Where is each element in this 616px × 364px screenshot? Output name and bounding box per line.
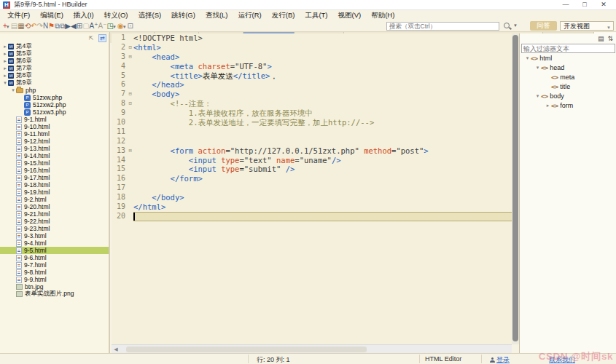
editor-mode-select[interactable]: HTML Editor	[425, 355, 461, 363]
perspective-select[interactable]: ▼开发视图	[560, 21, 614, 31]
outline-node-title[interactable]: <>title	[520, 82, 616, 91]
code-line-9[interactable]: 9 1.表单接收程序，放在服务器环境中	[112, 108, 512, 118]
tree-item-9-15-html[interactable]: 9-15.html	[0, 159, 109, 167]
tree-item-9-19-html[interactable]: 9-19.html	[0, 189, 109, 196]
tree-item-9-11-html[interactable]: 9-11.html	[0, 130, 109, 138]
outline-node-meta[interactable]: <>meta	[520, 73, 616, 82]
chevron-right-icon[interactable]: ▸	[545, 103, 551, 108]
contact-link[interactable]: 联系我们	[549, 355, 575, 364]
disabled-icon[interactable]: ▢	[82, 22, 89, 30]
outline-node-form[interactable]: ▸<>form	[520, 101, 616, 110]
tree-item-9-5-html[interactable]: 9-5.html	[0, 247, 109, 254]
search-options-chevron-icon[interactable]: ▼	[513, 23, 518, 28]
code-text[interactable]: </html>	[133, 202, 512, 212]
chevron-down-icon[interactable]: ▾	[534, 65, 541, 71]
fold-marker-icon[interactable]: ⊟	[127, 90, 133, 99]
code-text[interactable]: <title>表单发送</title>，	[133, 71, 512, 81]
scrollbar-thumb[interactable]	[126, 347, 367, 352]
qa-button[interactable]: 问答	[530, 21, 557, 31]
code-text[interactable]: <body>	[133, 90, 512, 99]
code-text[interactable]: <meta charset="UTF-8">	[133, 62, 512, 71]
chevron-right-icon[interactable]: ▸	[2, 44, 8, 50]
code-text[interactable]: </head>	[133, 80, 512, 90]
collapse-all-icon[interactable]: ⇱	[89, 35, 94, 41]
fold-marker-icon[interactable]: ⊟	[127, 52, 133, 62]
code-line-11[interactable]: 11	[112, 127, 512, 137]
tree-item-9-2-html[interactable]: 9-2.html	[0, 196, 109, 203]
scrollbar-thumb[interactable]	[512, 35, 518, 341]
bookmark-icon[interactable]: ⚑	[48, 22, 55, 30]
tree-item-9-8-html[interactable]: 9-8.html	[0, 269, 109, 276]
fold-marker-icon[interactable]: ⊟	[127, 146, 133, 156]
run-back-icon[interactable]: ◀	[71, 22, 77, 30]
tree-item-9-3-html[interactable]: 9-3.html	[0, 232, 109, 240]
tree-item-51zxw-php[interactable]: P51zxw.php	[0, 94, 109, 101]
scroll-left-icon[interactable]: ◀	[112, 347, 120, 352]
menu-item-9[interactable]: 工具(T)	[300, 10, 332, 20]
code-line-8[interactable]: 8⊟ <!--注意：	[112, 99, 512, 108]
view-menu-icon[interactable]: ▤	[598, 35, 604, 42]
save-all-icon[interactable]: ▦	[17, 22, 24, 30]
code-text[interactable]: </form>	[133, 174, 512, 183]
code-line-4[interactable]: 4 <meta charset="UTF-8">	[112, 62, 512, 71]
code-line-2[interactable]: 2⊟<html>	[112, 43, 512, 52]
code-text[interactable]	[133, 137, 512, 146]
code-text[interactable]	[133, 127, 512, 137]
code-text[interactable]: <input type="submit" />	[133, 165, 512, 174]
code-line-15[interactable]: 15 <input type="submit" />	[112, 165, 512, 174]
tree-item-9-20-html[interactable]: 9-20.html	[0, 203, 109, 210]
run-forward-icon[interactable]: ▶	[65, 22, 71, 30]
code-line-5[interactable]: 5 <title>表单发送</title>，	[112, 71, 512, 81]
editor-horizontal-scrollbar[interactable]: ◀	[112, 344, 512, 353]
tree-item-9-10-html[interactable]: 9-10.html	[0, 123, 109, 130]
code-line-1[interactable]: 1<!DOCTYPE html>	[112, 33, 512, 43]
code-line-12[interactable]: 12	[112, 137, 512, 146]
code-line-13[interactable]: 13⊟ <form action="http://127.0.0.1/51zxt…	[112, 146, 512, 156]
outline-filter-input[interactable]	[521, 44, 615, 53]
tree-item-51zxw2-php[interactable]: P51zxw2.php	[0, 101, 109, 108]
menu-item-1[interactable]: 编辑(E)	[35, 10, 69, 20]
link-with-editor-icon[interactable]: ⇄	[98, 34, 106, 42]
code-text[interactable]: <form action="http://127.0.0.1/51zxt.php…	[133, 146, 512, 156]
menu-item-5[interactable]: 跳转(G)	[166, 10, 200, 20]
search-input[interactable]	[386, 22, 499, 31]
code-line-18[interactable]: 18 </body>	[112, 193, 512, 202]
outline-node-body[interactable]: ▾<>body	[520, 92, 616, 100]
code-text[interactable]: <!--注意：	[133, 99, 512, 108]
redo-icon[interactable]: ↷	[36, 22, 42, 30]
code-line-14[interactable]: 14 <input type="text" name="uname"/>	[112, 156, 512, 165]
login-area[interactable]: 登录	[490, 355, 510, 364]
tree-item-9-1-html[interactable]: 9-1.html	[0, 116, 109, 123]
login-link[interactable]: 登录	[496, 355, 510, 364]
menu-item-0[interactable]: 文件(F)	[2, 10, 35, 20]
tree-item-9-16-html[interactable]: 9-16.html	[0, 167, 109, 174]
tree-item-9-13-html[interactable]: 9-13.html	[0, 145, 109, 152]
chevron-down-icon[interactable]: ▾	[2, 80, 8, 86]
menu-item-4[interactable]: 选择(S)	[133, 10, 167, 20]
menu-item-10[interactable]: 视图(V)	[333, 10, 367, 20]
outline-node-html[interactable]: ▾<>html	[520, 54, 616, 63]
search-icon[interactable]	[504, 23, 510, 28]
menu-item-7[interactable]: 运行(R)	[233, 10, 267, 20]
save-icon[interactable]: ▤	[11, 22, 17, 30]
outline-node-head[interactable]: ▾<>head	[520, 63, 616, 72]
chevron-down-icon[interactable]: ▾	[534, 93, 541, 99]
tree-item-9-7-html[interactable]: 9-7.html	[0, 261, 109, 269]
code-line-16[interactable]: 16 </form>	[112, 174, 512, 183]
tree-item-9-17-html[interactable]: 9-17.html	[0, 174, 109, 181]
tree-item-9-9-html[interactable]: 9-9.html	[0, 276, 109, 283]
menu-item-6[interactable]: 查找(L)	[200, 10, 233, 20]
chevron-right-icon[interactable]: ▸	[2, 66, 8, 71]
tree-item-51zxw3-php[interactable]: P51zxw3.php	[0, 108, 109, 116]
code-line-7[interactable]: 7⊟ <body>	[112, 90, 512, 99]
preview-icon[interactable]: ⊞	[77, 22, 82, 30]
chevron-right-icon[interactable]: ▸	[2, 73, 8, 79]
code-text[interactable]: <head>	[133, 52, 512, 62]
tree-item-表单实战图片-png[interactable]: 表单实战图片.png	[0, 290, 109, 298]
chevron-right-icon[interactable]: ▸	[2, 51, 8, 57]
editor-vertical-scrollbar[interactable]	[512, 33, 519, 344]
chevron-right-icon[interactable]: ▸	[2, 58, 8, 64]
chevron-down-icon[interactable]: ▼	[122, 25, 127, 29]
tree-item-9-21-html[interactable]: 9-21.html	[0, 210, 109, 218]
tree-item-9-22-html[interactable]: 9-22.html	[0, 218, 109, 225]
